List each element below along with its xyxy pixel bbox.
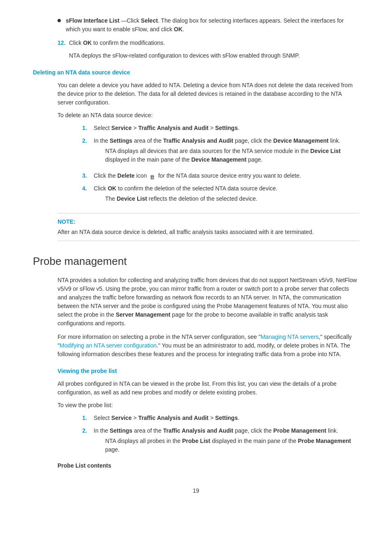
step12-text1: Click [69,39,83,46]
ds2-device: Device Management [273,137,329,144]
deleting-steps: 1. Select Service > Traffic Analysis and… [82,124,359,206]
sflow-select: Select [141,17,158,24]
probe-content: NTA provides a solution for collecting a… [58,276,359,470]
vs1-gt1: > [132,415,138,421]
ds4-sub-pre: The [105,195,117,202]
deleting-step-4: 4. Click OK to confirm the deletion of t… [82,184,359,206]
vs2-end: link. [326,427,338,434]
step12-sub-text: NTA deploys the sFlow-related configurat… [69,52,300,59]
probe-list-heading-text: Probe List contents [58,462,111,469]
probe-para2-pre: For more information on selecting a prob… [58,334,261,340]
deleting-note-box: NOTE: After an NTA data source device is… [58,213,359,241]
ds1-traffic: Traffic Analysis and Audit [138,125,209,131]
vs2-sub-bold2: Probe Management [298,438,351,444]
sflow-bullet-item: sFlow Interface List —Click Select. The … [58,16,359,34]
probe-link2[interactable]: Modifying an NTA server configuration [60,342,157,349]
ds4-pre: Click [94,185,108,192]
ds4-ok: OK [108,185,116,192]
note-label: NOTE: [58,218,359,226]
vs1-settings: Settings [215,415,238,421]
ds2-sub-bold2: Device Management [191,156,247,163]
deleting-step1-num: 1. [82,124,94,132]
viewing-para2: To view the probe list: [58,401,359,410]
vs2-probe: Probe Management [273,427,326,434]
deleting-step2-content: In the Settings area of the Traffic Anal… [94,137,359,167]
ds4-end: to confirm the deletion of the selected … [116,185,277,192]
probe-para1: NTA provides a solution for collecting a… [58,276,359,328]
ds1-end: . [238,125,240,131]
ds2-mid1: area of the [132,137,163,144]
ds3-delete: Delete [118,172,135,179]
ds2-settings: Settings [110,137,132,144]
ds1-pre: Select [94,125,111,131]
deleting-para1: You can delete a device you have added t… [58,81,359,107]
step-12-content: Click OK to confirm the modifications. [69,39,359,47]
deleting-para2: To delete an NTA data source device: [58,111,359,120]
page-container: sFlow Interface List —Click Select. The … [0,0,392,533]
ds3-mid: icon [135,172,148,179]
ds1-gt1: > [132,125,138,131]
ds2-end: link. [329,137,341,144]
vs2-mid2: page, click the [233,427,273,434]
viewing-step2-sub: NTA displays all probes in the Probe Lis… [105,437,359,454]
step12-text2: to confirm the modifications. [92,39,165,46]
viewing-probe-heading: Viewing the probe list [58,367,359,375]
deleting-step-3: 3. Click the Delete icon for the NTA dat… [82,171,359,180]
deleting-step2-sub: NTA displays all devices that are data s… [105,147,359,164]
step-12: 12. Click OK to confirm the modification… [58,39,359,47]
vs2-traffic: Traffic Analysis and Audit [163,427,233,434]
deleting-step-2: 2. In the Settings area of the Traffic A… [82,137,359,167]
deleting-step4-sub: The Device List reflects the deletion of… [105,195,359,203]
viewing-step1-num: 1. [82,414,94,422]
vs2-settings: Settings [110,427,132,434]
deleting-step3-num: 3. [82,171,94,180]
ds3-pre: Click the [94,172,118,179]
ds1-settings: Settings [215,125,238,131]
ds3-end: for the NTA data source device entry you… [157,172,301,179]
sflow-text1: —Click [120,17,141,24]
vs2-sub-pre: NTA displays all probes in the [105,438,182,444]
probe-management-heading: Probe management [33,253,359,269]
probe-para2: For more information on selecting a prob… [58,333,359,359]
page-number: 19 [33,487,359,495]
ds4-sub-bold: Device List [117,195,147,202]
probe-list-contents-label: Probe List contents [58,461,359,470]
step12-sub: NTA deploys the sFlow-related configurat… [69,51,359,60]
deleting-step2-num: 2. [82,137,94,145]
vs2-pre: In the [94,427,110,434]
bullet-dot [58,19,61,22]
viewing-step2-content: In the Settings area of the Traffic Anal… [94,426,359,457]
vs1-traffic: Traffic Analysis and Audit [138,415,209,421]
step12-block: 12. Click OK to confirm the modification… [58,39,359,60]
ds2-mid2: page, click the [233,137,273,144]
deleting-step3-content: Click the Delete icon for the NTA data s… [94,171,359,180]
delete-icon [150,173,155,179]
step12-ok: OK [83,39,92,46]
sflow-label: sFlow Interface List [66,17,120,24]
ds1-gt2: > [209,125,215,131]
ds2-sub-end: page. [247,156,263,163]
vs1-service: Service [111,415,132,421]
step-12-number: 12. [58,39,69,47]
vs2-sub-mid: displayed in the main pane of the [210,438,298,444]
viewing-step2-num: 2. [82,426,94,435]
sflow-bullet-text: sFlow Interface List —Click Select. The … [66,16,359,34]
vs2-sub-bold1: Probe List [182,438,210,444]
deleting-step4-num: 4. [82,184,94,193]
viewing-steps: 1. Select Service > Traffic Analysis and… [82,414,359,457]
deleting-step1-content: Select Service > Traffic Analysis and Au… [94,124,359,132]
ds4-sub-end: reflects the deletion of the selected de… [147,195,258,202]
vs1-gt2: > [209,415,215,421]
vs1-pre: Select [94,415,111,421]
deleting-step4-content: Click OK to confirm the deletion of the … [94,184,359,206]
vs2-sub-end: page. [105,446,120,453]
ds2-sub-mid: displayed in the main pane of the [105,156,191,163]
note-text: After an NTA data source device is delet… [58,228,359,236]
vs1-end: . [238,415,240,421]
sflow-bullet-section: sFlow Interface List —Click Select. The … [58,16,359,34]
ds1-service: Service [111,125,132,131]
ds2-sub-pre: NTA displays all devices that are data s… [105,148,310,154]
probe-server-mgmt: Server Management [116,311,171,318]
ds2-sub-bold1: Device List [310,148,341,154]
probe-link1[interactable]: Managing NTA servers [261,334,318,340]
